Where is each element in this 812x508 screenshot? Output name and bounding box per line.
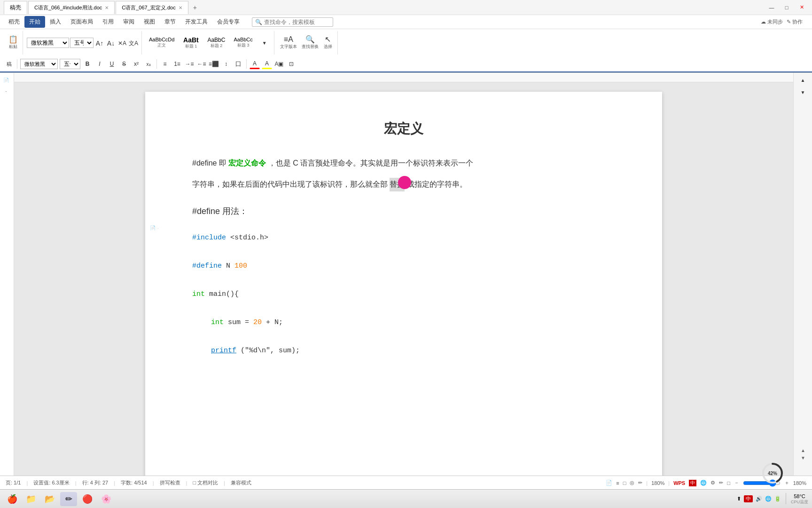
select-button[interactable]: ↖ 选择 [321,35,335,51]
collab-button[interactable]: ✎ 协作 [787,18,803,25]
outline-view-button[interactable]: 稿 [4,59,14,69]
font-size-select2[interactable]: 五号 [60,59,80,69]
char-shading-button[interactable]: A▣ [274,59,284,69]
view-icon-4[interactable]: ◎ [630,480,634,486]
shrink-font-button[interactable]: A↓ [106,38,116,48]
window-controls: — □ ✕ [765,3,808,12]
indent-increase-button[interactable]: →≡ [184,59,195,69]
ribbon-tab-start[interactable]: 开始 [24,16,45,28]
taskbar-pink-icon[interactable]: 🌸 [98,492,115,506]
close-window-button[interactable]: ✕ [795,3,808,12]
ime-indicator[interactable]: 中 [744,495,753,502]
tab-guke[interactable]: 稿壳 [4,1,27,14]
grow-font-button[interactable]: A↑ [94,38,105,48]
font-effects-button[interactable]: 文A [128,38,139,48]
progress-text: 42% [768,471,777,476]
ribbon-tab-ref[interactable]: 引用 [98,16,118,28]
zoom-minus[interactable]: － [734,479,739,486]
upload-icon[interactable]: ⬆ [737,496,741,502]
view-icon-2[interactable]: ≡ [616,480,619,486]
taskbar-files-icon[interactable]: 📂 [41,492,58,506]
scroll-down-button[interactable]: ▼ [800,454,806,461]
progress-circle: 42% [761,462,784,484]
clear-format-button[interactable]: ✕A [117,38,127,48]
doc-title: 宏定义 [192,120,615,138]
more-styles-button[interactable]: ▼ [258,40,271,47]
titlebar: 稿壳 C语言_066_#include用法.doc ✕ C语言_067_宏定义.… [0,0,812,15]
view-icon-3[interactable]: □ [623,480,626,486]
ribbon-tab-view[interactable]: 视图 [139,16,160,28]
taskbar-wps-icon[interactable]: ✏ [60,492,77,506]
subscript-button[interactable]: x₂ [143,59,154,69]
style-h1[interactable]: AaBt 标题 1 [180,35,202,51]
tab-include[interactable]: C语言_066_#include用法.doc ✕ [28,1,115,14]
doc-paragraph2: 字符串，如果在后面的代码中出现了该标识符，那么就全部 替换 成指定的字符串。 [192,178,615,191]
right-tool-1[interactable]: ▲ [798,75,808,85]
select-icon: ↖ [325,36,331,43]
highlight-button[interactable]: A [262,59,272,69]
font-size-select[interactable]: 五号 [70,38,94,48]
ribbon: 稻壳 开始 插入 页面布局 引用 审阅 视图 章节 开发工具 会员专享 🔍 ☁ … [0,15,812,73]
ribbon-tab-guke[interactable]: 稻壳 [4,16,24,28]
right-tool-2[interactable]: ▼ [798,87,808,97]
tab-define[interactable]: C语言_067_宏定义.doc ✕ [116,1,188,14]
style-h3[interactable]: AaBbCc 标题 3 [230,36,256,50]
align-group-button[interactable]: ≡⬛ [209,59,219,69]
volume-icon[interactable]: 🔊 [756,496,762,502]
ribbon-tab-review[interactable]: 审阅 [118,16,139,28]
style-h2[interactable]: AaBbC 标题 2 [204,36,228,50]
superscript-button[interactable]: x² [131,59,141,69]
font-family-select[interactable]: 微软雅黑 [27,38,69,48]
ribbon-tab-vip[interactable]: 会员专享 [212,16,244,28]
edit-icon[interactable]: ✏ [719,480,723,486]
ribbon-group-font: 微软雅黑 五号 A↑ A↓ ✕A 文A [24,31,142,55]
text-direction-button[interactable]: ⊡ [286,59,297,69]
style-normal[interactable]: AaBbCcDd 正文 [146,36,178,50]
bold-button[interactable]: B [82,59,93,69]
ribbon-tab-dev[interactable]: 开发工具 [180,16,212,28]
border-shading-button[interactable]: 囗 [233,59,243,69]
doc-scroll[interactable]: 📄 · 宏定义 #define 即 宏定义命令 ，也是 C 语言预处理命令。其实… [14,82,793,476]
left-tool-1[interactable]: 📄 [1,75,11,85]
battery-icon[interactable]: 🔋 [774,496,781,502]
network-icon-taskbar[interactable]: 🌐 [765,496,772,502]
add-tab-button[interactable]: + [189,2,201,13]
view-icon-5[interactable]: ✏ [638,480,642,486]
ribbon-tab-layout[interactable]: 页面布局 [66,16,98,28]
taskbar-folder-icon[interactable]: 📁 [23,492,39,506]
close-tab2-icon[interactable]: ✕ [179,5,182,10]
maximize-button[interactable]: □ [780,3,793,12]
ribbon-tab-insert[interactable]: 插入 [45,16,66,28]
scroll-up-button[interactable]: ▲ [800,447,806,453]
search-box[interactable]: 🔍 [252,17,333,27]
ribbon-tab-section[interactable]: 章节 [160,16,180,28]
taskbar-finder-icon[interactable]: 🍎 [4,492,21,506]
settings-icon[interactable]: ⚙ [710,480,715,486]
left-tool-2[interactable]: · [1,86,11,96]
italic-button[interactable]: I [94,59,105,69]
code-line4: int sum = 20 + N; [192,316,615,330]
font-color-button[interactable]: A [250,59,260,69]
word-count-status: 字数: 4/514 [121,479,147,486]
strikethrough-button[interactable]: S [119,59,129,69]
indent-decrease-button[interactable]: ←≡ [196,59,207,69]
numbered-list-button[interactable]: 1≡ [172,59,182,69]
paste-button[interactable]: 📋 粘贴 [7,35,20,51]
macro-cmd-text: 宏定义命令 [228,159,266,167]
minimize-button[interactable]: — [765,3,778,12]
view-icon-1[interactable]: 📄 [606,480,612,486]
code-line5: printf ("%d\n", sum); [192,344,615,358]
find-replace-button[interactable]: 🔍 查找替换 [300,35,320,51]
line-spacing-button[interactable]: ↕ [221,59,231,69]
underline-button[interactable]: U [107,59,117,69]
paragraph-style-select[interactable]: 微软雅黑 [20,59,58,69]
doc-compare-status[interactable]: □ 文档对比 [193,479,218,486]
zoom-plus[interactable]: ＋ [784,479,789,486]
bulleted-list-button[interactable]: ≡ [160,59,170,69]
taskbar-red-icon[interactable]: 🔴 [79,492,96,506]
spell-check-status[interactable]: 拼写检查 [160,479,180,486]
screen-icon[interactable]: □ [727,480,730,486]
search-input[interactable] [264,19,330,25]
text-version-button[interactable]: ≡A 文字版本 [278,35,299,51]
close-tab1-icon[interactable]: ✕ [105,5,109,10]
